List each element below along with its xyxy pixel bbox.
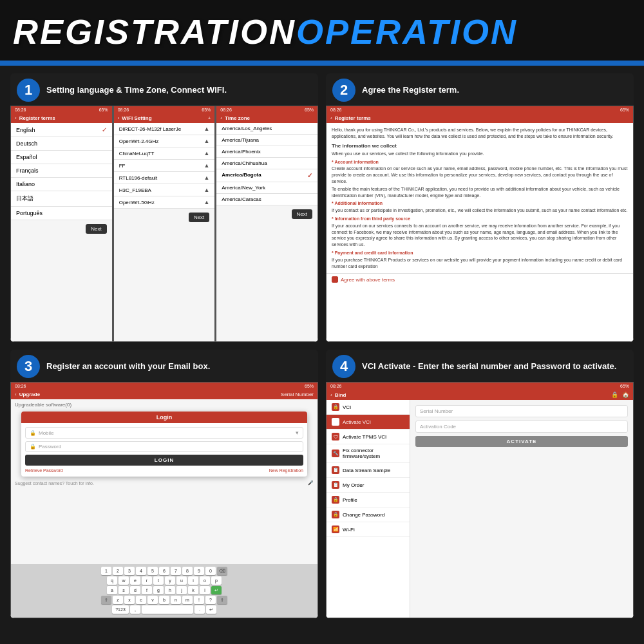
kb-space[interactable] — [142, 605, 193, 614]
tz-item-6[interactable]: America/Caracas — [216, 194, 317, 205]
kb-shift-icon[interactable]: ⇧ — [101, 596, 111, 604]
kb-j[interactable]: j — [176, 586, 187, 594]
step-3-description: Register an account with your Email box. — [46, 361, 210, 372]
login-button[interactable]: LOGIN — [25, 455, 303, 466]
kb-enter2-icon[interactable]: ↵ — [206, 605, 216, 614]
kb-backspace-icon[interactable]: ⌫ — [217, 567, 227, 575]
terms-agree-section[interactable]: Agree with above terms — [327, 273, 633, 285]
bind-nav-my-order[interactable]: 📋 My Order — [327, 478, 410, 493]
lang-japanese[interactable]: 日本語 — [11, 191, 112, 207]
kb-k[interactable]: k — [188, 586, 198, 594]
tz-item-1[interactable]: America/Tijuana — [216, 135, 317, 146]
kb-c[interactable]: c — [136, 596, 146, 604]
lang-italiano[interactable]: Italiano — [11, 178, 112, 191]
title-text-blue: OPERATION — [296, 12, 518, 52]
tz-item-2[interactable]: America/Phoenix — [216, 146, 317, 158]
password-field[interactable]: 🔒 Password — [25, 441, 303, 452]
wifi-item-4[interactable]: RTL8196-default▲ — [114, 172, 215, 184]
wifi-item-5[interactable]: H3C_F19EBA▲ — [114, 184, 215, 196]
bind-nav-vci[interactable]: 🔒 VCI — [327, 400, 410, 415]
kb-y[interactable]: y — [165, 576, 175, 585]
kb-i[interactable]: i — [188, 576, 198, 585]
tz-item-4[interactable]: America/Bogota ✓ — [216, 169, 317, 182]
kb-z[interactable]: z — [113, 596, 123, 604]
kb-l[interactable]: l — [200, 586, 210, 594]
wifi-item-0[interactable]: DIRECT-26-M132f LaserJe▲ — [114, 123, 215, 135]
wifi-next-button[interactable]: Next — [189, 213, 209, 222]
kb-p[interactable]: p — [211, 576, 222, 585]
kb-a[interactable]: a — [107, 586, 117, 594]
bind-nav-activate-vci[interactable]: 🛡 Activate VCI — [327, 415, 410, 430]
kb-2[interactable]: 2 — [113, 567, 123, 575]
activation-code-field[interactable]: Activation Code — [415, 421, 628, 433]
kb-r[interactable]: r — [142, 576, 152, 585]
kb-m[interactable]: m — [182, 596, 193, 604]
tz-item-0[interactable]: America/Los_Angeles — [216, 123, 317, 135]
kb-enter-icon[interactable]: ↵ — [211, 586, 222, 594]
step-2-number: 2 — [332, 79, 355, 102]
kb-5[interactable]: 5 — [147, 567, 158, 575]
kb-period[interactable]: . — [194, 605, 205, 614]
kb-num-toggle[interactable]: ?123 — [112, 605, 129, 614]
lang-nav: ‹ Register terms — [11, 113, 112, 123]
kb-g[interactable]: g — [153, 586, 164, 594]
activate-button[interactable]: ACTIVATE — [415, 436, 628, 447]
kb-6[interactable]: 6 — [159, 567, 169, 575]
kb-exclaim[interactable]: ! — [194, 596, 204, 604]
dropdown-arrow-icon: ▾ — [296, 430, 299, 436]
agree-checkbox[interactable] — [332, 276, 338, 283]
lang-english[interactable]: English ✓ — [11, 123, 112, 137]
kb-comma[interactable]: , — [130, 605, 140, 614]
kb-b[interactable]: b — [159, 596, 169, 604]
kb-8[interactable]: 8 — [182, 567, 193, 575]
kb-1[interactable]: 1 — [101, 567, 111, 575]
wifi-item-6[interactable]: OpenWrt-5GHz▲ — [114, 196, 215, 209]
bind-nav-profile[interactable]: 🔒 Profile — [327, 493, 410, 507]
new-registration-link[interactable]: New Registration — [269, 468, 303, 473]
wifi-item-3[interactable]: FF▲ — [114, 160, 215, 172]
wifi-item-1[interactable]: OpenWrt-2.4GHz▲ — [114, 135, 215, 147]
bind-nav-fix-connector[interactable]: 🔧 Fix connector firmware/system — [327, 444, 410, 463]
bind-nav-activate-tpms[interactable]: 🛡 Activate TPMS VCI — [327, 430, 410, 444]
wifi-next-wrap: Next — [114, 209, 215, 226]
tz-item-3[interactable]: America/Chihuahua — [216, 158, 317, 169]
wifi-add-icon: + — [208, 115, 211, 121]
kb-t[interactable]: t — [153, 576, 164, 585]
kb-e[interactable]: e — [130, 576, 140, 585]
kb-7[interactable]: 7 — [171, 567, 181, 575]
step-2-panel: 2 Agree the Register term. 08:26 65% ‹ R… — [326, 73, 634, 342]
kb-shift2-icon[interactable]: ⇧ — [217, 596, 227, 604]
kb-4[interactable]: 4 — [136, 567, 146, 575]
lang-espanol[interactable]: Español — [11, 151, 112, 164]
lang-time: 08:26 — [15, 108, 26, 112]
bind-nav-data-stream[interactable]: 📋 Data Stream Sample — [327, 463, 410, 478]
tz-item-5[interactable]: America/New_York — [216, 182, 317, 194]
kb-x[interactable]: x — [124, 596, 135, 604]
kb-v[interactable]: v — [147, 596, 158, 604]
kb-s[interactable]: s — [118, 586, 129, 594]
kb-o[interactable]: o — [200, 576, 210, 585]
kb-f[interactable]: f — [142, 586, 152, 594]
login-time: 08:26 — [15, 384, 26, 388]
wifi-item-2[interactable]: ChinaNet-uqTT▲ — [114, 147, 215, 160]
kb-3[interactable]: 3 — [124, 567, 135, 575]
kb-9[interactable]: 9 — [194, 567, 204, 575]
kb-u[interactable]: u — [176, 576, 187, 585]
kb-q[interactable]: q — [107, 576, 117, 585]
kb-n[interactable]: n — [171, 596, 181, 604]
serial-number-field[interactable]: Serial Number — [415, 405, 628, 417]
tz-next-button[interactable]: Next — [292, 209, 312, 219]
retrieve-password-link[interactable]: Retrieve Password — [25, 468, 63, 473]
bind-nav-wifi[interactable]: 📶 Wi-Fi — [327, 522, 410, 537]
kb-question[interactable]: ? — [205, 596, 216, 604]
kb-d[interactable]: d — [130, 586, 140, 594]
lang-next-button[interactable]: Next — [86, 224, 106, 234]
kb-h[interactable]: h — [165, 586, 175, 594]
lang-deutsch[interactable]: Deutsch — [11, 137, 112, 151]
lang-portuguese[interactable]: Português — [11, 207, 112, 220]
kb-w[interactable]: w — [118, 576, 129, 585]
bind-nav-change-pw[interactable]: 🔒 Change Password — [327, 507, 410, 522]
kb-0[interactable]: 0 — [205, 567, 216, 575]
mobile-field[interactable]: 🔒 Mobile ▾ — [25, 427, 303, 439]
lang-francais[interactable]: Français — [11, 164, 112, 178]
